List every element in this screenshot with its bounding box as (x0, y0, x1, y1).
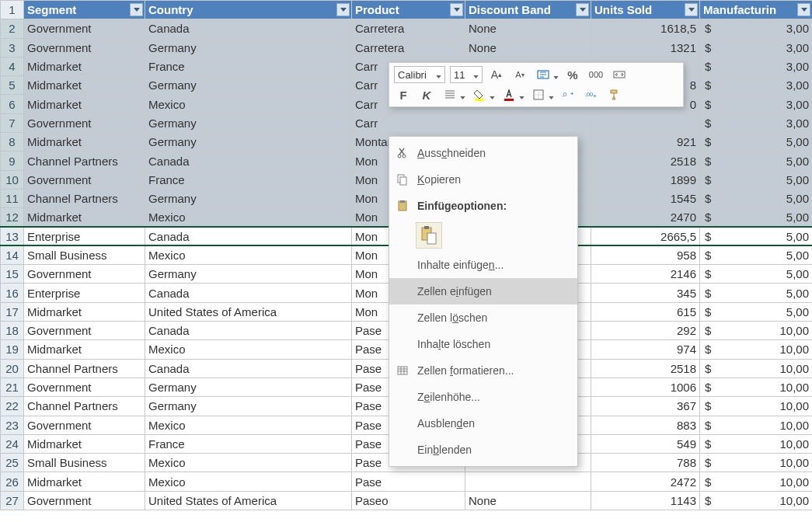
cell-country[interactable]: France (145, 170, 352, 189)
cell-units[interactable]: 2665,5 (591, 227, 700, 245)
cell-units[interactable]: 921 (591, 133, 700, 151)
cell-price[interactable]: $10,00 (700, 454, 813, 472)
cell-discount[interactable] (465, 113, 591, 132)
row-header[interactable]: 9 (1, 151, 24, 170)
col-header-units[interactable]: Units Sold (591, 1, 700, 19)
dropdown-caret-icon[interactable] (553, 68, 559, 82)
cell-units[interactable]: 2470 (591, 208, 700, 227)
row-header[interactable]: 24 (1, 434, 24, 453)
menu-unhide[interactable]: Einblenden (389, 437, 577, 463)
menu-copy[interactable]: Kopieren (389, 166, 577, 193)
col-header-country[interactable]: Country (145, 1, 352, 19)
increase-font-icon[interactable]: A▴ (487, 66, 506, 83)
cell-country[interactable]: Germany (145, 378, 352, 396)
cell-price[interactable]: $5,00 (700, 208, 813, 227)
menu-clear-contents[interactable]: Inhalte löschen (389, 331, 577, 357)
row-header[interactable]: 11 (1, 189, 24, 207)
dropdown-caret-icon[interactable] (519, 89, 524, 102)
cell-price[interactable]: $5,00 (700, 170, 813, 189)
cell-units[interactable] (591, 113, 700, 132)
dropdown-caret-icon[interactable] (460, 89, 465, 102)
cell-units[interactable]: 2518 (591, 151, 700, 170)
col-header-product[interactable]: Product (352, 1, 465, 19)
cell-segment[interactable]: Enterprise (24, 284, 145, 302)
col-header-discount[interactable]: Discount Band (465, 1, 591, 19)
cell-country[interactable]: Germany (145, 265, 352, 284)
cell-segment[interactable]: Midmarket (24, 95, 145, 113)
cell-units[interactable]: 367 (591, 397, 700, 416)
row-header[interactable]: 23 (1, 416, 24, 434)
merge-center-icon[interactable] (610, 66, 629, 83)
row-header[interactable]: 12 (1, 208, 24, 227)
table-row[interactable]: 26MidmarketMexicoPase2472$10,00 (1, 472, 813, 491)
cell-product[interactable]: Carretera (352, 38, 465, 57)
cell-discount[interactable]: None (465, 38, 591, 57)
cell-units[interactable]: 1143 (591, 491, 700, 510)
cell-price[interactable]: $5,00 (700, 189, 813, 207)
cell-units[interactable]: 2472 (591, 472, 700, 491)
cell-discount[interactable] (465, 472, 591, 491)
cell-price[interactable]: $5,00 (700, 227, 813, 245)
cell-product[interactable]: Carretera (352, 19, 465, 38)
cell-country[interactable]: United States of America (145, 491, 352, 510)
cell-country[interactable]: Mexico (145, 454, 352, 472)
cell-segment[interactable]: Government (24, 322, 145, 340)
cell-discount[interactable]: None (465, 491, 591, 510)
row-header[interactable]: 25 (1, 454, 24, 472)
menu-paste-special[interactable]: Inhalte einfügen... (389, 252, 577, 278)
cell-segment[interactable]: Government (24, 265, 145, 284)
dropdown-caret-icon[interactable] (549, 89, 554, 102)
cell-price[interactable]: $10,00 (700, 434, 813, 453)
cell-price[interactable]: $10,00 (700, 416, 813, 434)
cell-segment[interactable]: Government (24, 170, 145, 189)
cell-segment[interactable]: Channel Partners (24, 397, 145, 416)
cell-price[interactable]: $3,00 (700, 76, 813, 95)
bold-button[interactable]: F (394, 86, 413, 103)
cell-units[interactable]: 1899 (591, 170, 700, 189)
cell-units[interactable]: 1545 (591, 189, 700, 207)
cell-country[interactable]: Canada (145, 284, 352, 302)
row-header[interactable]: 18 (1, 322, 24, 340)
table-row[interactable]: 27GovernmentUnited States of AmericaPase… (1, 491, 813, 510)
cell-price[interactable]: $10,00 (700, 322, 813, 340)
decrease-decimal-icon[interactable]: ,00 (582, 86, 601, 103)
dropdown-caret-icon[interactable] (490, 89, 495, 102)
row-header[interactable]: 3 (1, 38, 24, 57)
menu-insert-cells[interactable]: Zellen einfügen (389, 278, 577, 304)
cell-country[interactable]: United States of America (145, 302, 352, 321)
row-header[interactable]: 27 (1, 491, 24, 510)
cell-price[interactable]: $5,00 (700, 245, 813, 264)
cell-segment[interactable]: Midmarket (24, 76, 145, 95)
cell-country[interactable]: Germany (145, 397, 352, 416)
row-header[interactable]: 20 (1, 359, 24, 378)
cell-country[interactable]: Canada (145, 359, 352, 378)
cell-price[interactable]: $3,00 (700, 113, 813, 132)
cell-country[interactable]: Germany (145, 76, 352, 95)
cell-segment[interactable]: Government (24, 378, 145, 396)
row-header[interactable]: 21 (1, 378, 24, 396)
cell-units[interactable]: 1006 (591, 378, 700, 396)
cell-segment[interactable]: Government (24, 113, 145, 132)
row-header[interactable]: 4 (1, 57, 24, 75)
cell-price[interactable]: $3,00 (700, 19, 813, 38)
cell-units[interactable]: 974 (591, 340, 700, 359)
cell-segment[interactable]: Midmarket (24, 472, 145, 491)
cell-product[interactable]: Carr (352, 113, 465, 132)
cell-price[interactable]: $10,00 (700, 397, 813, 416)
cell-segment[interactable]: Channel Partners (24, 151, 145, 170)
cell-country[interactable]: Canada (145, 227, 352, 245)
italic-button[interactable]: K (417, 86, 436, 103)
paste-default-icon[interactable] (416, 222, 442, 249)
cell-segment[interactable]: Midmarket (24, 434, 145, 453)
cell-segment[interactable]: Small Business (24, 245, 145, 264)
cell-country[interactable]: Germany (145, 133, 352, 151)
menu-cut[interactable]: Ausschneiden (389, 140, 577, 166)
cell-country[interactable]: Canada (145, 19, 352, 38)
cell-price[interactable]: $10,00 (700, 491, 813, 510)
cell-segment[interactable]: Enterprise (24, 227, 145, 245)
row-header[interactable]: 14 (1, 245, 24, 264)
menu-hide[interactable]: Ausblenden (389, 410, 577, 437)
menu-delete-cells[interactable]: Zellen löschen (389, 304, 577, 331)
cell-units[interactable]: 549 (591, 434, 700, 453)
cell-country[interactable]: Germany (145, 189, 352, 207)
